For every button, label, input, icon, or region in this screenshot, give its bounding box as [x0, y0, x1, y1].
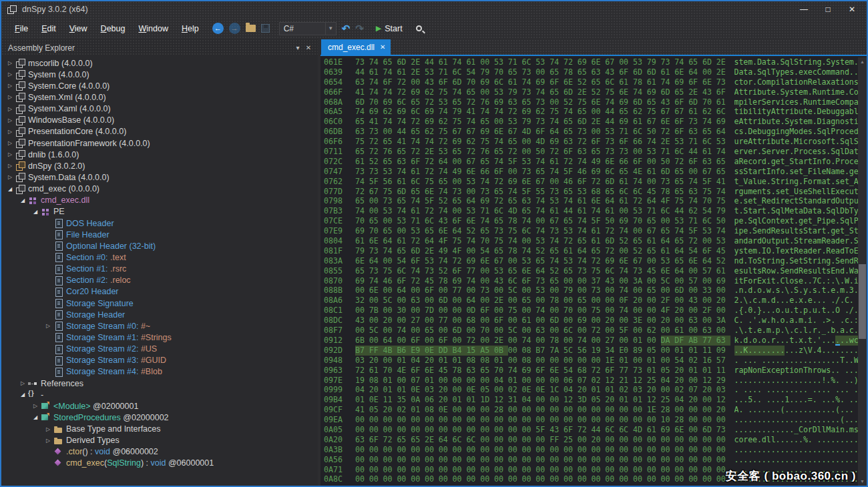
hex-byte[interactable]: 3A: [716, 316, 730, 326]
hex-byte[interactable]: 65: [702, 127, 716, 137]
hex-byte[interactable]: 00: [550, 445, 564, 455]
hex-byte[interactable]: 6C: [702, 216, 716, 226]
hex-byte[interactable]: 00: [633, 356, 647, 366]
ascii-char[interactable]: n: [738, 286, 743, 296]
hex-byte[interactable]: 64: [383, 236, 397, 246]
ascii-char[interactable]: .: [849, 405, 854, 415]
hex-byte[interactable]: 00: [550, 326, 564, 336]
hex-byte[interactable]: 64: [535, 266, 550, 276]
hex-byte[interactable]: 0E: [439, 405, 453, 415]
ascii-char[interactable]: .: [794, 445, 799, 455]
hex-byte[interactable]: 65: [508, 266, 522, 276]
hex-byte[interactable]: 10: [661, 415, 675, 425]
ascii-char[interactable]: o: [776, 306, 781, 316]
ascii-char[interactable]: .: [738, 206, 743, 216]
ascii-char[interactable]: A: [748, 137, 752, 147]
hex-byte[interactable]: 00: [508, 256, 522, 266]
tree-item[interactable]: ◢StoredProcedures @02000002: [1, 412, 318, 423]
ascii-char[interactable]: t: [762, 107, 767, 117]
ascii-char[interactable]: .: [785, 435, 789, 445]
hex-byte[interactable]: 53: [605, 127, 619, 137]
hex-byte[interactable]: 6E: [702, 77, 716, 87]
ascii-char[interactable]: t: [799, 167, 803, 177]
hex-byte[interactable]: 00: [369, 206, 383, 216]
ascii-char[interactable]: s: [738, 127, 743, 137]
hex-byte[interactable]: 43: [661, 97, 675, 107]
hex-byte[interactable]: 00: [425, 445, 439, 455]
ascii-char[interactable]: .: [808, 415, 813, 425]
hex-byte[interactable]: 46: [383, 276, 397, 286]
hex-byte[interactable]: 00: [716, 286, 730, 296]
hex-byte[interactable]: 53: [535, 57, 550, 67]
hex-byte[interactable]: 74: [688, 196, 702, 206]
ascii-char[interactable]: .: [762, 306, 767, 316]
hex-byte[interactable]: 53: [702, 226, 716, 236]
hex-byte[interactable]: 78: [508, 216, 522, 226]
ascii-char[interactable]: b: [757, 127, 762, 137]
ascii-char[interactable]: r: [752, 236, 757, 246]
ascii-char[interactable]: d: [817, 196, 822, 206]
ascii-char[interactable]: e: [813, 147, 817, 157]
hex-byte[interactable]: 11: [702, 346, 716, 356]
ascii-char[interactable]: r: [813, 177, 817, 187]
ascii-char[interactable]: .: [738, 415, 743, 425]
ascii-char[interactable]: t: [794, 206, 799, 216]
hex-byte[interactable]: 64: [674, 266, 688, 276]
ascii-char[interactable]: q: [835, 147, 840, 157]
ascii-char[interactable]: .: [835, 336, 840, 346]
hex-byte[interactable]: 00: [578, 276, 592, 286]
hex-byte[interactable]: 67: [702, 167, 716, 177]
hex-byte[interactable]: 00: [619, 405, 633, 415]
hex-byte[interactable]: 6F: [535, 127, 550, 137]
ascii-char[interactable]: o: [803, 147, 808, 157]
ascii-char[interactable]: C: [817, 276, 822, 286]
tree-item[interactable]: ◢cmd_exec (0.0.0.0): [1, 183, 318, 195]
hex-byte[interactable]: 65: [508, 137, 522, 147]
hex-byte[interactable]: 73: [369, 246, 383, 256]
ascii-char[interactable]: .: [799, 376, 803, 386]
ascii-char[interactable]: .: [826, 346, 831, 356]
ascii-char[interactable]: s: [734, 57, 739, 67]
hex-byte[interactable]: 72: [355, 187, 369, 197]
hex-byte[interactable]: 71: [480, 206, 494, 216]
hex-byte[interactable]: 00: [411, 455, 425, 465]
ascii-char[interactable]: .: [817, 405, 822, 415]
ascii-char[interactable]: n: [813, 196, 817, 206]
menu-edit[interactable]: Edit: [35, 21, 63, 36]
hex-byte[interactable]: 6F: [397, 276, 411, 286]
ascii-char[interactable]: x: [826, 77, 831, 87]
hex-byte[interactable]: 61: [661, 67, 675, 77]
hex-byte[interactable]: 67: [494, 256, 508, 266]
ascii-char[interactable]: d: [808, 246, 813, 256]
ascii-char[interactable]: t: [780, 157, 785, 167]
hex-byte[interactable]: 5F: [619, 326, 633, 336]
ascii-char[interactable]: _: [757, 196, 762, 206]
hex-byte[interactable]: 27: [411, 316, 425, 326]
ascii-char[interactable]: S: [757, 256, 762, 266]
hex-byte[interactable]: 5F: [369, 177, 383, 187]
ascii-char[interactable]: p: [780, 67, 785, 77]
hex-byte[interactable]: 50: [535, 147, 550, 157]
hex-byte[interactable]: 72: [411, 117, 425, 127]
ascii-char[interactable]: .: [771, 405, 776, 415]
hex-byte[interactable]: 2E: [411, 57, 425, 67]
ascii-char[interactable]: .: [803, 405, 808, 415]
hex-byte[interactable]: 61: [550, 157, 564, 167]
hex-byte[interactable]: 2E: [716, 57, 730, 67]
hex-byte[interactable]: 57: [688, 276, 702, 286]
expander-icon[interactable]: ▷: [43, 426, 53, 432]
hex-byte[interactable]: 61: [439, 57, 453, 67]
ascii-char[interactable]: D: [817, 107, 822, 117]
hex-byte[interactable]: 69: [425, 107, 439, 117]
hex-byte[interactable]: 63: [688, 127, 702, 137]
ascii-char[interactable]: .: [835, 435, 840, 445]
ascii-char[interactable]: d: [743, 236, 748, 246]
ascii-char[interactable]: s: [835, 57, 840, 67]
hex-byte[interactable]: 00: [578, 455, 592, 465]
ascii-char[interactable]: [826, 296, 831, 306]
hex-byte[interactable]: 6F: [592, 137, 606, 147]
hex-byte[interactable]: 06: [425, 395, 439, 405]
ascii-char[interactable]: o: [752, 256, 757, 266]
hex-byte[interactable]: 00: [592, 474, 606, 484]
hex-byte[interactable]: 74: [439, 187, 453, 197]
